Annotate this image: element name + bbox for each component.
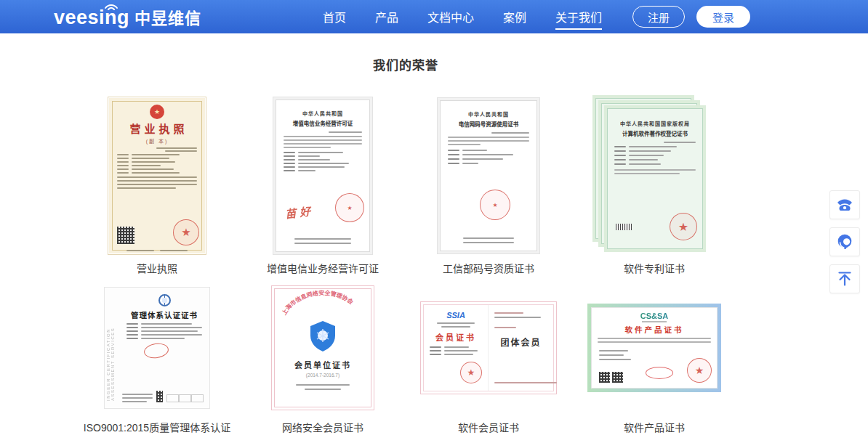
nav-item-about[interactable]: 关于我们 [555,0,602,33]
back-to-top-button[interactable] [829,264,860,293]
national-emblem-icon: ★ [150,105,164,119]
red-round-seal: ★ [480,190,510,220]
phone-icon [836,198,853,212]
svg-text:上海市信息网络安全管理协会: 上海市信息网络安全管理协会 [280,289,355,316]
barcode [616,224,632,230]
qr-code [156,391,163,402]
certificate-card-code-number[interactable]: 中华人民共和国 电信网码号资源使用证书 ★ [406,95,571,275]
login-button[interactable]: 登录 [696,6,750,28]
qr-code [612,372,623,383]
qr-code [117,227,134,244]
main-nav: 首页 产品 文档中心 案例 关于我们 [323,0,602,33]
red-round-seal: ★ [335,193,364,222]
certificate-card-software-member[interactable]: SSIA 会员证书 ★ [406,285,571,434]
brand-wordmark: veesing [54,7,129,29]
brand-cn-wordmark: 中昱维信 [134,5,201,28]
back-to-top-icon [836,270,853,288]
certificate-card-business-license[interactable]: ★ 营业执照 (副 本) [74,95,240,275]
wifi-arc-icon [103,1,119,10]
red-round-seal: ★ [460,362,482,383]
phone-button[interactable] [829,190,860,219]
certificate-card-telecom-license[interactable]: 中华人民共和国 增值电信业务经营许可证 [240,95,406,275]
globe-logo-icon [158,294,171,306]
red-oval-seal [143,342,169,360]
certificate-caption: ISO9001:2015质量管理体系认证 [84,420,230,434]
code-number-cert-thumbnail: 中华人民共和国 电信网码号资源使用证书 ★ [437,97,540,254]
software-copyright-thumbnail: 中华人民共和国国家版权局 计算机软件著作权登记证书 [592,95,716,256]
qr-code [599,372,610,383]
customer-service-button[interactable] [829,227,860,256]
iso-cert-thumbnail: INGEER CERTIFICATION ASSESSMENT SERVICES… [104,287,210,409]
shield-icon [308,320,338,353]
certificate-card-software-copyright[interactable]: 中华人民共和国国家版权局 计算机软件著作权登记证书 [571,95,737,275]
brand-logo[interactable]: veesing 中昱维信 [54,5,201,29]
customer-service-icon [836,233,853,251]
software-member-cert-thumbnail: SSIA 会员证书 ★ [420,301,557,394]
business-license-thumbnail: ★ 营业执照 (副 本) [108,97,206,255]
association-logo: SSIA [424,311,488,320]
software-product-cert-thumbnail: CS&SA 软件产品证书 ★ [587,304,721,392]
certificates-row-1: ★ 营业执照 (副 本) [74,95,737,275]
certificate-caption: 软件专利证书 [624,261,685,275]
signature: 苗好 [284,203,315,222]
register-button[interactable]: 注册 [632,6,685,28]
honors-section: 我们的荣誉 ★ 营业执照 (副 本) [74,55,737,434]
certificates-row-2: INGEER CERTIFICATION ASSESSMENT SERVICES… [74,285,737,434]
nav-item-home[interactable]: 首页 [323,0,346,33]
certificate-card-iso9001[interactable]: INGEER CERTIFICATION ASSESSMENT SERVICES… [74,285,240,434]
certificate-caption: 工信部码号资质证书 [443,261,534,275]
csa-logo: CS&SA [592,312,717,320]
telecom-license-thumbnail: 中华人民共和国 增值电信业务经营许可证 [273,97,373,255]
red-star-seal: ★ [670,213,697,240]
certificate-caption: 营业执照 [137,261,177,275]
red-star-seal: ★ [687,358,712,383]
certificate-caption: 增值电信业务经营许可证 [267,261,379,275]
nav-item-docs[interactable]: 文档中心 [427,0,474,33]
network-security-cert-thumbnail: 上海市信息网络安全管理协会 会员单位证书 (2014.7-2016.7) [271,285,374,410]
red-star-seal: ★ [173,219,199,245]
certificate-card-network-security[interactable]: 上海市信息网络安全管理协会 会员单位证书 (2014.7-2016.7) [240,285,406,434]
certificate-caption: 软件会员证书 [458,420,519,434]
certificate-caption: 软件产品证书 [624,420,685,434]
page-title: 我们的荣誉 [74,55,737,73]
nav-item-cases[interactable]: 案例 [503,0,526,33]
nav-item-products[interactable]: 产品 [375,0,398,33]
floating-toolbar [829,190,860,293]
certificate-caption: 网络安全会员证书 [282,420,363,434]
arc-association-title: 上海市信息网络安全管理协会 [275,289,371,320]
certificate-card-software-product[interactable]: CS&SA 软件产品证书 ★ [571,285,737,434]
top-navbar: veesing 中昱维信 首页 产品 文档中心 案例 关于我们 注册 登录 [0,0,868,33]
red-oval-stamp [646,367,673,379]
